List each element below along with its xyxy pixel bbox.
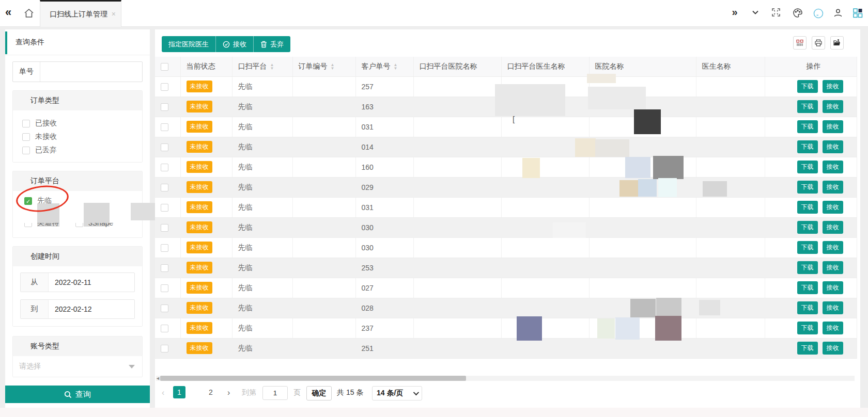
print-icon[interactable]: [812, 36, 825, 50]
download-button[interactable]: 下载: [797, 221, 818, 234]
download-button[interactable]: 下载: [797, 281, 818, 294]
row-checkbox[interactable]: [161, 143, 168, 151]
platform-hospital-cell: [413, 338, 501, 358]
expand-menu-icon[interactable]: »: [729, 6, 741, 19]
bulk-receive-button[interactable]: 接收: [216, 36, 254, 52]
sort-icon[interactable]: ▲▼: [331, 63, 335, 70]
account-type-select[interactable]: 请选择: [13, 356, 142, 377]
row-checkbox[interactable]: [161, 264, 168, 272]
fullscreen-icon[interactable]: [770, 8, 782, 20]
receive-button[interactable]: 接收: [823, 322, 843, 334]
date-to-input[interactable]: 2022-02-12: [49, 300, 134, 318]
receive-button[interactable]: 接收: [823, 301, 843, 314]
row-checkbox[interactable]: [161, 304, 168, 312]
download-button[interactable]: 下载: [797, 301, 818, 314]
column-header-4[interactable]: 客户单号▲▼: [355, 57, 413, 76]
horizontal-scrollbar[interactable]: ◄: [156, 376, 855, 381]
tab-close-icon[interactable]: ×: [112, 10, 116, 18]
sort-icon[interactable]: ▲▼: [270, 63, 274, 70]
download-button[interactable]: 下载: [797, 201, 818, 214]
column-header-3[interactable]: 订单编号▲▼: [292, 57, 355, 76]
unchecked-checkbox-icon[interactable]: [24, 223, 32, 227]
date-from-input[interactable]: 2022-02-11: [49, 273, 134, 292]
receive-button[interactable]: 接收: [823, 181, 843, 194]
row-checkbox[interactable]: [161, 204, 168, 212]
select-all-checkbox[interactable]: [161, 63, 168, 71]
receive-button[interactable]: 接收: [823, 241, 843, 254]
row-checkbox[interactable]: [161, 164, 168, 171]
tab-order-management[interactable]: 口扫线上订单管理 ×: [40, 0, 121, 27]
row-checkbox[interactable]: [161, 83, 168, 91]
receive-button[interactable]: 接收: [823, 261, 843, 274]
goto-page-input[interactable]: [262, 386, 288, 400]
status-cell: 未接收: [180, 318, 232, 338]
message-circle-icon[interactable]: [812, 8, 825, 20]
download-button[interactable]: 下载: [797, 322, 818, 334]
receive-button[interactable]: 接收: [823, 140, 843, 153]
next-page-icon[interactable]: ›: [227, 386, 230, 399]
download-button[interactable]: 下载: [797, 161, 818, 173]
platform-doctor-cell: [501, 76, 589, 97]
goto-confirm-button[interactable]: 确定: [306, 386, 332, 400]
order-no-cell: [292, 217, 355, 237]
column-header-5: 口扫平台医院名称: [413, 57, 501, 76]
search-button[interactable]: 查询: [5, 386, 150, 403]
download-button[interactable]: 下载: [797, 140, 818, 153]
unchecked-checkbox-icon[interactable]: [22, 120, 30, 127]
row-checkbox[interactable]: [161, 224, 168, 232]
receive-button[interactable]: 接收: [823, 281, 843, 294]
checked-checkbox-icon[interactable]: ✓: [24, 197, 32, 205]
receive-button[interactable]: 接收: [823, 342, 843, 355]
row-checkbox[interactable]: [161, 284, 168, 292]
bulk-discard-button[interactable]: 丢弃: [254, 36, 290, 52]
download-button[interactable]: 下载: [797, 100, 818, 113]
download-button[interactable]: 下载: [797, 181, 818, 194]
platform-doctor-cell: [501, 177, 589, 197]
chevron-down-icon[interactable]: [749, 8, 762, 20]
download-button[interactable]: 下载: [797, 80, 818, 93]
scroll-left-arrow-icon[interactable]: ◄: [156, 376, 160, 381]
page-button-2[interactable]: 2: [205, 386, 217, 398]
download-button[interactable]: 下载: [797, 120, 818, 133]
assign-hospital-doctor-button[interactable]: 指定医院医生: [162, 36, 216, 52]
unchecked-checkbox-icon[interactable]: [75, 223, 83, 227]
theme-palette-icon[interactable]: [792, 8, 804, 20]
home-icon[interactable]: [23, 7, 36, 21]
column-header-1: 当前状态: [180, 57, 232, 76]
apps-grid-icon[interactable]: [851, 8, 864, 20]
receive-button[interactable]: 接收: [823, 80, 843, 93]
receive-button[interactable]: 接收: [823, 161, 843, 173]
receive-button[interactable]: 接收: [823, 221, 843, 234]
platform-option-xianlin[interactable]: ✓ 先临: [15, 194, 52, 207]
receive-button[interactable]: 接收: [823, 201, 843, 214]
download-button[interactable]: 下载: [797, 241, 818, 254]
order-no-input[interactable]: [40, 62, 142, 82]
order-type-option[interactable]: 已丢弃: [13, 143, 142, 157]
export-icon[interactable]: [830, 36, 844, 50]
row-checkbox[interactable]: [161, 325, 168, 332]
download-button[interactable]: 下载: [797, 342, 818, 355]
column-header-label: 订单编号: [299, 62, 328, 70]
row-checkbox[interactable]: [161, 244, 168, 252]
user-icon[interactable]: [832, 8, 844, 20]
sort-icon[interactable]: ▲▼: [394, 63, 398, 70]
prev-page-icon[interactable]: ‹: [162, 386, 164, 399]
unchecked-checkbox-icon[interactable]: [22, 147, 30, 154]
order-type-option[interactable]: 未接收: [13, 130, 142, 143]
row-checkbox[interactable]: [161, 103, 168, 111]
receive-button[interactable]: 接收: [823, 100, 843, 113]
platform-doctor-cell: [501, 137, 589, 157]
page-button-1[interactable]: 1: [173, 386, 185, 398]
column-header-2[interactable]: 口扫平台▲▼: [232, 57, 292, 76]
download-button[interactable]: 下载: [797, 261, 818, 274]
row-checkbox[interactable]: [161, 184, 168, 191]
order-type-option[interactable]: 已接收: [13, 117, 142, 130]
unchecked-checkbox-icon[interactable]: [22, 133, 30, 141]
row-checkbox[interactable]: [161, 345, 168, 352]
page-size-select[interactable]: 14 条/页: [372, 386, 422, 400]
collapse-sidebar-icon[interactable]: «: [5, 6, 11, 19]
column-settings-icon[interactable]: [793, 36, 807, 50]
horizontal-scrollbar-thumb[interactable]: [160, 376, 466, 381]
receive-button[interactable]: 接收: [823, 120, 843, 133]
row-checkbox[interactable]: [161, 123, 168, 131]
